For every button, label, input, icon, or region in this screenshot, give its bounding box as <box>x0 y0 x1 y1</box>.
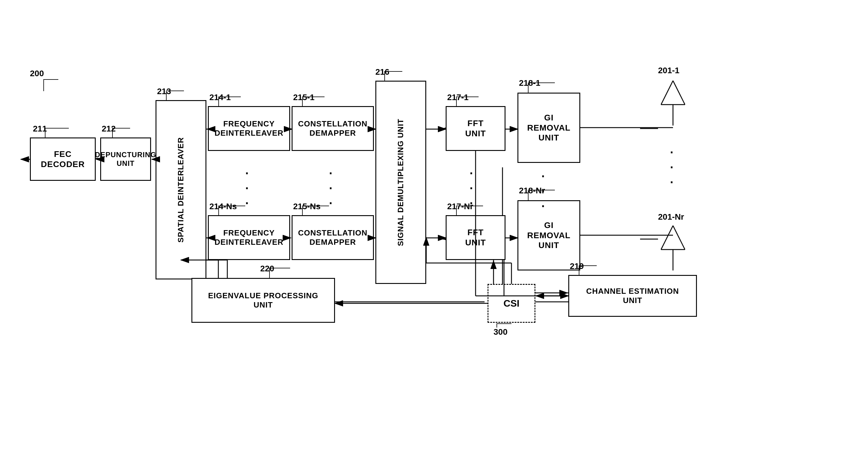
ref-215-1: 215-1 <box>293 93 315 102</box>
ref-201-nr: 201-Nr <box>658 212 684 222</box>
ref-220: 220 <box>260 264 274 273</box>
fft-nr-block: FFTUNIT <box>446 215 505 260</box>
freq-deint-ns-block: FREQUENCYDEINTERLEAVER <box>208 215 290 260</box>
diagram: 200 FECDECODER 211 DEPUNCTURINGUNIT 212 … <box>0 0 868 471</box>
ref-217-1: 217-1 <box>447 93 469 102</box>
ref-216: 216 <box>375 67 390 77</box>
svg-line-25 <box>673 81 685 105</box>
const-demap-ns-block: CONSTELLATIONDEMAPPER <box>291 215 374 260</box>
const-demap-1-block: CONSTELLATIONDEMAPPER <box>291 106 374 151</box>
ref-212: 212 <box>102 124 116 134</box>
antenna-nr-icon <box>658 223 688 270</box>
svg-line-28 <box>661 226 673 249</box>
ref-213: 213 <box>157 87 171 96</box>
antenna-1-icon <box>658 78 688 126</box>
spatial-deinterleaver-block: SPATIAL DEINTERLEAVER <box>156 100 206 279</box>
gi-removal-nr-block: GIREMOVALUNIT <box>518 200 580 270</box>
connection-arrows <box>0 0 868 471</box>
freq-deint-1-block: FREQUENCYDEINTERLEAVER <box>208 106 290 151</box>
csi-block: CSI <box>488 284 535 323</box>
connection-lines <box>0 0 868 471</box>
ref-214-ns: 214-Ns <box>209 202 237 211</box>
ref-218-1: 218-1 <box>519 78 540 88</box>
ref-201-1: 201-1 <box>658 66 680 75</box>
signal-demux-block: SIGNAL DEMULTIPLEXING UNIT <box>375 81 426 284</box>
svg-line-29 <box>673 226 685 249</box>
ref-214-1: 214-1 <box>209 93 231 102</box>
gi-removal-1-block: GIREMOVALUNIT <box>518 93 580 163</box>
ref-200-label: 200 <box>30 69 44 78</box>
channel-est-block: CHANNEL ESTIMATIONUNIT <box>568 275 697 317</box>
depuncturing-block: DEPUNCTURINGUNIT <box>100 137 151 181</box>
ref-300: 300 <box>494 327 507 337</box>
svg-line-24 <box>661 81 673 105</box>
ref-215-ns: 215-Ns <box>293 202 321 211</box>
fec-decoder-block: FECDECODER <box>30 137 96 181</box>
eigenvalue-block: EIGENVALUE PROCESSINGUNIT <box>191 278 335 323</box>
ref-219: 219 <box>570 262 584 271</box>
fft-1-block: FFTUNIT <box>446 106 505 151</box>
